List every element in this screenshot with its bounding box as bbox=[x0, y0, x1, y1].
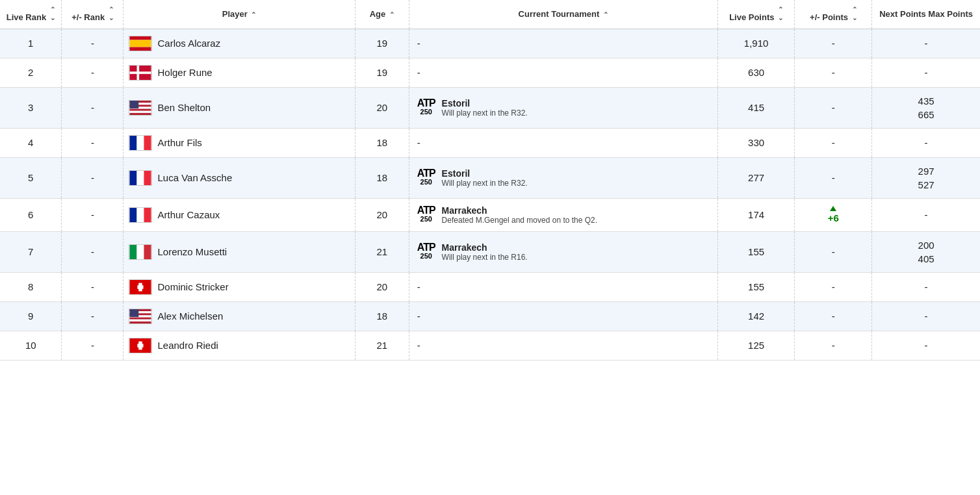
tournament-cell: ATP250MarrakechDefeated M.Gengel and mov… bbox=[409, 198, 717, 231]
tournament-info: ATP250MarrakechWill play next in the R16… bbox=[417, 242, 712, 262]
col-header-player[interactable]: Player ⌃ bbox=[123, 0, 355, 29]
age-cell: 20 bbox=[355, 87, 409, 128]
up-arrow-icon bbox=[830, 206, 836, 211]
svg-rect-25 bbox=[144, 245, 151, 259]
table-row: 9-Alex Michelsen18-142-- bbox=[0, 301, 980, 331]
age-cell: 20 bbox=[355, 198, 409, 231]
player-cell: Leandro Riedi bbox=[123, 331, 355, 360]
sort-arrow-player: ⌃ bbox=[251, 10, 256, 19]
tournament-cell: - bbox=[409, 128, 717, 157]
player-cell: Arthur Fils bbox=[123, 128, 355, 157]
col-header-plus-rank[interactable]: +/- Rank ⌃⌄ bbox=[62, 0, 123, 29]
svg-rect-21 bbox=[137, 208, 144, 222]
svg-rect-5 bbox=[137, 66, 140, 80]
col-header-age[interactable]: Age ⌃ bbox=[355, 0, 409, 29]
col-header-next-points[interactable]: Next Points Max Points bbox=[872, 0, 980, 29]
next-points-cell: 297527 bbox=[872, 157, 980, 198]
live-points-cell: 155 bbox=[717, 272, 795, 301]
plus-rank-cell: - bbox=[62, 128, 123, 157]
next-points-cell: - bbox=[872, 331, 980, 360]
tournament-info: ATP250MarrakechDefeated M.Gengel and mov… bbox=[417, 205, 712, 225]
atp-logo: ATP250 bbox=[417, 242, 435, 260]
col-header-live-points[interactable]: Live Points ⌃⌄ bbox=[717, 0, 795, 29]
live-points-cell: 277 bbox=[717, 157, 795, 198]
col-header-current-tournament[interactable]: Current Tournament ⌃ bbox=[409, 0, 717, 29]
player-cell: Holger Rune bbox=[123, 58, 355, 87]
age-cell: 20 bbox=[355, 272, 409, 301]
table-row: 7-Lorenzo Musetti21ATP250MarrakechWill p… bbox=[0, 231, 980, 272]
svg-rect-11 bbox=[130, 111, 151, 113]
next-points-cell: - bbox=[872, 128, 980, 157]
live-points-cell: 415 bbox=[717, 87, 795, 128]
svg-rect-20 bbox=[130, 208, 137, 222]
age-cell: 18 bbox=[355, 128, 409, 157]
tournament-name: Estoril bbox=[442, 168, 528, 179]
svg-rect-2 bbox=[130, 47, 151, 51]
tournament-name: Marrakech bbox=[442, 242, 528, 253]
table-row: 4-Arthur Fils18-330-- bbox=[0, 128, 980, 157]
svg-rect-14 bbox=[130, 136, 137, 150]
table-row: 10-Leandro Riedi21-125-- bbox=[0, 331, 980, 360]
player-name: Holger Rune bbox=[157, 67, 212, 78]
rank-cell: 10 bbox=[0, 331, 62, 360]
svg-rect-35 bbox=[130, 322, 151, 324]
tournament-info: ATP250EstorilWill play next in the R32. bbox=[417, 168, 712, 188]
svg-rect-1 bbox=[130, 40, 151, 47]
svg-rect-33 bbox=[130, 317, 151, 319]
svg-rect-4 bbox=[130, 71, 151, 74]
svg-rect-28 bbox=[139, 283, 143, 291]
table-row: 5-Luca Van Assche18ATP250EstorilWill pla… bbox=[0, 157, 980, 198]
plus-rank-cell: - bbox=[62, 272, 123, 301]
next-points-cell: 435665 bbox=[872, 87, 980, 128]
table-row: 8-Dominic Stricker20-155-- bbox=[0, 272, 980, 301]
tournament-status: Will play next in the R16. bbox=[442, 253, 528, 262]
table-header-row: Live Rank ⌃⌄ +/- Rank ⌃⌄ Player ⌃ Age ⌃ … bbox=[0, 0, 980, 29]
svg-rect-12 bbox=[130, 113, 151, 115]
table-row: 6-Arthur Cazaux20ATP250MarrakechDefeated… bbox=[0, 198, 980, 231]
tournament-info: ATP250EstorilWill play next in the R32. bbox=[417, 98, 712, 118]
next-points-cell: - bbox=[872, 58, 980, 87]
player-name: Arthur Fils bbox=[157, 137, 201, 148]
rankings-table: Live Rank ⌃⌄ +/- Rank ⌃⌄ Player ⌃ Age ⌃ … bbox=[0, 0, 980, 361]
svg-rect-0 bbox=[130, 36, 151, 40]
plus-rank-cell: - bbox=[62, 157, 123, 198]
tournament-cell: ATP250EstorilWill play next in the R32. bbox=[409, 87, 717, 128]
plus-rank-cell: - bbox=[62, 198, 123, 231]
tournament-cell: - bbox=[409, 301, 717, 331]
live-points-cell: 155 bbox=[717, 231, 795, 272]
plus-points-cell: - bbox=[795, 87, 872, 128]
plus-rank-cell: - bbox=[62, 331, 123, 360]
svg-rect-19 bbox=[144, 171, 151, 185]
table-row: 2-Holger Rune19-630-- bbox=[0, 58, 980, 87]
svg-rect-23 bbox=[130, 245, 137, 259]
player-name: Alex Michelsen bbox=[157, 311, 223, 322]
next-points-cell: - bbox=[872, 198, 980, 231]
age-cell: 21 bbox=[355, 231, 409, 272]
sort-arrow-plus-rank: ⌃⌄ bbox=[109, 5, 114, 22]
next-points-bottom: 665 bbox=[918, 108, 935, 121]
col-header-plus-points[interactable]: +/- Points ⌃⌄ bbox=[795, 0, 872, 29]
col-header-live-rank[interactable]: Live Rank ⌃⌄ bbox=[0, 0, 62, 29]
plus-rank-cell: - bbox=[62, 231, 123, 272]
player-name: Lorenzo Musetti bbox=[157, 246, 227, 257]
plus-rank-cell: - bbox=[62, 301, 123, 331]
player-cell: Lorenzo Musetti bbox=[123, 231, 355, 272]
player-cell: Carlos Alcaraz bbox=[123, 29, 355, 58]
svg-rect-18 bbox=[137, 171, 144, 185]
plus-points-cell: - bbox=[795, 128, 872, 157]
player-name: Dominic Stricker bbox=[157, 281, 228, 292]
rank-cell: 1 bbox=[0, 29, 62, 58]
sort-arrow-live-points: ⌃⌄ bbox=[778, 5, 783, 22]
live-points-cell: 125 bbox=[717, 331, 795, 360]
atp-logo: ATP250 bbox=[417, 168, 435, 186]
age-cell: 18 bbox=[355, 301, 409, 331]
player-cell: Alex Michelsen bbox=[123, 301, 355, 331]
tournament-name: Marrakech bbox=[442, 205, 597, 216]
plus-points-cell: - bbox=[795, 272, 872, 301]
live-points-cell: 142 bbox=[717, 301, 795, 331]
next-points-bottom: 405 bbox=[918, 252, 935, 266]
rank-cell: 8 bbox=[0, 272, 62, 301]
tournament-cell: ATP250MarrakechWill play next in the R16… bbox=[409, 231, 717, 272]
rank-cell: 4 bbox=[0, 128, 62, 157]
plus-points-cell: - bbox=[795, 331, 872, 360]
